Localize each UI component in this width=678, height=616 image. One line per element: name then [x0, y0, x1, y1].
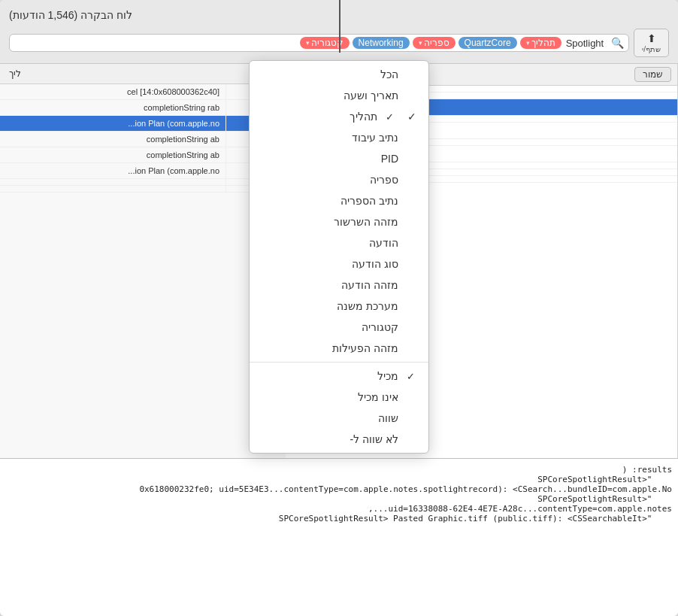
col-header-process: ליך	[6, 67, 24, 80]
filter-token-library-label: ספריה	[424, 38, 449, 48]
dropdown-item-library[interactable]: ספריה	[250, 169, 428, 190]
filter-spotlight-text: Spotlight	[564, 38, 606, 49]
dropdown-label-notequals: לא שווה ל-	[262, 433, 398, 445]
dropdown-item-notequals[interactable]: לא שווה ל-	[250, 429, 428, 450]
detail-entries[interactable]: Spotl cel [14:0x608000362c40] Spotl comp…	[0, 84, 286, 458]
main-window: לוח הבקרה (1,546 הודעות) 🔍 Spotlight תהל…	[0, 0, 678, 616]
filter-token-quartzcore-label: QuartzCore	[465, 38, 511, 48]
search-icon: 🔍	[611, 37, 624, 49]
dropdown-label-contains: מכיל	[262, 370, 398, 382]
dropdown-item-datetime[interactable]: תאריך ושעה	[250, 85, 428, 106]
dropdown-item-subsystem[interactable]: מערכת משנה	[250, 296, 428, 317]
dropdown-check-process: ✓	[383, 111, 395, 123]
detail-col-message: completionString ab	[0, 132, 225, 147]
detail-col-message: ion Plan (com.apple.no...	[0, 116, 225, 131]
dropdown-label-pid: PID	[262, 153, 398, 165]
detail-row[interactable]: Spotl ion Plan (com.apple.no...	[0, 163, 286, 179]
filter-token-category-arrow: ▾	[306, 39, 310, 47]
share-button[interactable]: ⬆ שתף/י	[634, 29, 669, 57]
detail-col-message: cel [14:0x608000362c40]	[0, 84, 225, 99]
detail-row[interactable]: Spotl completionString ab	[0, 132, 286, 147]
dropdown-section-filter: ✓ מכיל אינו מכיל שווה לא שווה ל-	[250, 362, 428, 453]
dropdown-item-threadid[interactable]: מזהה השרשור	[250, 211, 428, 232]
share-label: שתף/י	[642, 45, 661, 53]
filter-token-networking-label: Networking	[359, 38, 404, 48]
detail-row[interactable]	[0, 186, 286, 193]
dropdown-label-category: קטגוריה	[262, 321, 398, 333]
detail-row[interactable]	[0, 179, 286, 186]
detail-col-message: ion Plan (com.apple.no...	[0, 163, 225, 178]
filter-token-category[interactable]: קטגוריה ▾	[300, 37, 350, 49]
dropdown-item-pid[interactable]: PID	[250, 148, 428, 169]
dropdown-label-datetime: תאריך ושעה	[262, 90, 398, 102]
dropdown-item-all[interactable]: הכל	[250, 64, 428, 85]
dropdown-label-equals: שווה	[262, 412, 398, 424]
pointer-line	[339, 0, 341, 53]
dropdown-label-process: תהליך	[262, 111, 377, 123]
dropdown-item-libpath[interactable]: נתיב הספריה	[250, 190, 428, 211]
filter-token-quartzcore[interactable]: QuartzCore	[459, 37, 517, 49]
share-icon: ⬆	[647, 32, 656, 44]
dropdown-section-columns: הכל תאריך ושעה ✓ תהליך נתיב עיבוד PID ספ…	[250, 61, 428, 362]
dropdown-item-notcontains[interactable]: אינו מכיל	[250, 387, 428, 408]
dropdown-label-notcontains: אינו מכיל	[262, 391, 398, 403]
column-dropdown[interactable]: הכל תאריך ושעה ✓ תהליך נתיב עיבוד PID ספ…	[249, 60, 429, 454]
dropdown-label-activityid: מזהה הפעילות	[262, 342, 398, 354]
dropdown-label-all: הכל	[262, 68, 398, 80]
filter-bar[interactable]: 🔍 Spotlight תהליך ▾ QuartzCore ספריה ▾	[9, 34, 629, 52]
filter-token-process-arrow: ▾	[526, 39, 530, 47]
dropdown-label-msgtype: סוג הודעה	[262, 258, 398, 270]
dropdown-label-subsystem: מערכת משנה	[262, 300, 398, 312]
dropdown-item-contains[interactable]: ✓ מכיל	[250, 366, 428, 387]
dropdown-label-library: ספריה	[262, 174, 398, 186]
dropdown-label-threadid: מזהה השרשור	[262, 216, 398, 228]
detail-col-message: completionString rab	[0, 100, 225, 115]
detail-row[interactable]: Spotl ion Plan (com.apple.no...	[0, 116, 286, 132]
detail-col-message: completionString ab	[0, 147, 225, 162]
dropdown-item-process[interactable]: ✓ תהליך	[250, 106, 428, 127]
detail-panel: הודעה ליך Spotl cel [14:0x608000362c40] …	[0, 64, 286, 458]
dropdown-check-contains: ✓	[404, 371, 416, 382]
dropdown-item-message[interactable]: הודעה	[250, 232, 428, 253]
filter-token-library[interactable]: ספריה ▾	[413, 37, 456, 49]
bottom-detail-content: results: ( "<SPCoreSpotlightResult 0x618…	[0, 459, 678, 616]
dropdown-label-libpath: נתיב הספריה	[262, 195, 398, 207]
dropdown-label-procpath: נתיב עיבוד	[262, 132, 398, 144]
bottom-detail: results: ( "<SPCoreSpotlightResult 0x618…	[0, 458, 678, 616]
window-title: לוח הבקרה (1,546 הודעות)	[9, 9, 132, 21]
detail-row[interactable]: Spotl cel [14:0x608000362c40]	[0, 84, 286, 100]
filter-token-process[interactable]: תהליך ▾	[520, 37, 561, 49]
dropdown-label-msgid: מזהה הודעה	[262, 279, 398, 291]
dropdown-label-message: הודעה	[262, 237, 398, 249]
save-button[interactable]: שמור	[634, 67, 671, 82]
detail-row[interactable]: Spotl completionString rab	[0, 100, 286, 116]
detail-header: הודעה ליך	[0, 64, 286, 84]
dropdown-item-equals[interactable]: שווה	[250, 408, 428, 429]
detail-row[interactable]: Spotl completionString ab	[0, 147, 286, 163]
filter-token-process-label: תהליך	[531, 38, 555, 48]
dropdown-item-msgid[interactable]: מזהה הודעה	[250, 275, 428, 296]
dropdown-item-msgtype[interactable]: סוג הודעה	[250, 253, 428, 275]
dropdown-item-category[interactable]: קטגוריה	[250, 317, 428, 338]
dropdown-item-activityid[interactable]: מזהה הפעילות	[250, 338, 428, 359]
filter-token-library-arrow: ▾	[419, 39, 422, 47]
dropdown-item-procpath[interactable]: נתיב עיבוד	[250, 127, 428, 148]
filter-token-networking[interactable]: Networking	[353, 37, 410, 49]
